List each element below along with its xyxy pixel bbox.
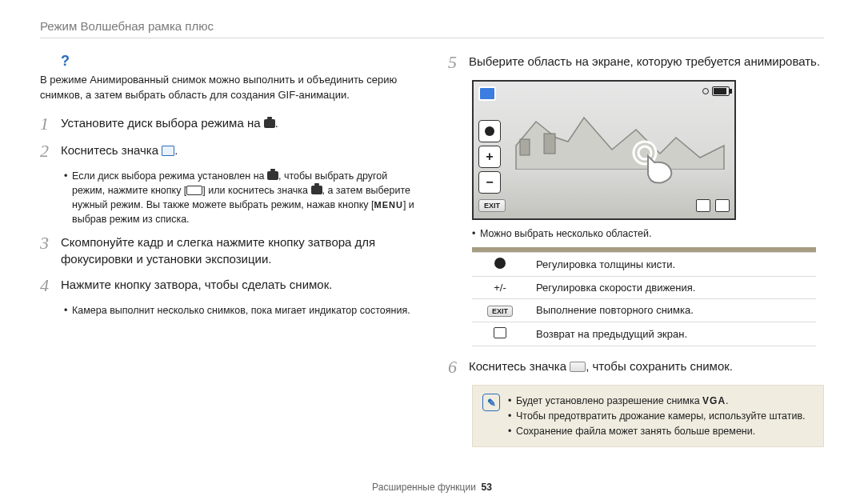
step-4-text: Нажмите кнопку затвора, чтобы сделать сн… bbox=[61, 276, 332, 295]
back-arrow-icon bbox=[494, 327, 506, 338]
svg-rect-1 bbox=[520, 139, 530, 155]
table-row: EXIT Выполнение повторного снимка. bbox=[472, 298, 816, 322]
back-icon[interactable] bbox=[696, 199, 710, 212]
mode-dial-icon bbox=[264, 119, 275, 128]
step-1-text-a: Установите диск выбора режима на bbox=[61, 116, 264, 130]
step-1: 1 Установите диск выбора режима на . bbox=[40, 114, 416, 134]
step-number: 6 bbox=[448, 358, 461, 377]
note-line-1: Будет установлено разрешение снимка VGA. bbox=[508, 394, 806, 409]
battery-icon bbox=[712, 86, 730, 96]
preview-image bbox=[514, 98, 726, 170]
step-number: 2 bbox=[40, 142, 53, 161]
def-brush: Регулировка толщины кисти. bbox=[528, 252, 816, 276]
step-5: 5 Выберите область на экране, которую тр… bbox=[448, 53, 824, 72]
table-row: Регулировка толщины кисти. bbox=[472, 252, 816, 276]
step-5-text: Выберите область на экране, которую треб… bbox=[469, 53, 820, 72]
step-3: 3 Скомпонуйте кадр и слегка нажмите кноп… bbox=[40, 234, 416, 269]
note-line-2: Чтобы предотвратить дрожание камеры, исп… bbox=[508, 409, 806, 424]
status-dot-icon bbox=[702, 88, 709, 94]
table-row: Возврат на предыдущий экран. bbox=[472, 322, 816, 346]
direction-button-icon bbox=[186, 186, 202, 195]
page-header: Режим Волшебная рамка плюс bbox=[40, 19, 824, 38]
table-row: +/- Регулировка скорости движения. bbox=[472, 276, 816, 298]
footer-section: Расширенные функции bbox=[372, 482, 476, 493]
def-exit: Выполнение повторного снимка. bbox=[528, 298, 816, 322]
s2a: Если диск выбора режима установлен на bbox=[72, 170, 267, 182]
page-footer: Расширенные функции 53 bbox=[0, 482, 864, 493]
mode-dial-icon bbox=[311, 186, 322, 194]
left-column: ? В режиме Анимированный снимок можно вы… bbox=[40, 53, 416, 447]
step-number: 5 bbox=[448, 53, 461, 72]
note-icon: ✎ bbox=[482, 394, 500, 411]
step-4: 4 Нажмите кнопку затвора, чтобы сделать … bbox=[40, 276, 416, 295]
speed-plus-button[interactable]: + bbox=[478, 146, 501, 168]
step-6-text-a: Коснитесь значка bbox=[469, 359, 570, 373]
menu-button-label: MENU bbox=[374, 200, 403, 210]
svg-rect-0 bbox=[544, 134, 555, 154]
controls-table: Регулировка толщины кисти. +/- Регулиров… bbox=[472, 247, 816, 346]
step-2-text-a: Коснитесь значка bbox=[61, 143, 162, 157]
step-6-text-b: , чтобы сохранить снимок. bbox=[586, 359, 733, 373]
step-2: 2 Коснитесь значка . bbox=[40, 142, 416, 161]
right-column: 5 Выберите область на экране, которую тр… bbox=[448, 53, 824, 447]
animated-photo-icon bbox=[162, 146, 174, 156]
s2c: ] или коснитесь значка bbox=[202, 185, 310, 196]
step-number: 3 bbox=[40, 234, 53, 269]
camera-preview: + − EXIT bbox=[472, 80, 736, 220]
note-line-3: Сохранение файла может занять больше вре… bbox=[508, 424, 806, 439]
save-icon bbox=[570, 362, 586, 372]
brush-size-button[interactable] bbox=[478, 120, 501, 142]
step-number: 1 bbox=[40, 114, 53, 134]
touch-hand-icon bbox=[630, 138, 678, 186]
exit-button[interactable]: EXIT bbox=[478, 199, 506, 212]
status-icons bbox=[702, 86, 730, 96]
brush-controls: + − bbox=[478, 120, 501, 194]
def-speed: Регулировка скорости движения. bbox=[528, 276, 816, 298]
mode-dial-icon bbox=[267, 171, 278, 180]
plus-minus-icon: +/- bbox=[472, 276, 528, 298]
exit-label-icon: EXIT bbox=[487, 306, 513, 317]
step-3-text: Скомпонуйте кадр и слегка нажмите кнопку… bbox=[61, 234, 416, 269]
step-number: 4 bbox=[40, 276, 53, 295]
brush-dot-icon bbox=[494, 258, 506, 269]
intro-text: В режиме Анимированный снимок можно выпо… bbox=[40, 73, 416, 103]
step-2-text-b: . bbox=[174, 143, 178, 157]
save-icon[interactable] bbox=[715, 199, 730, 212]
help-icon: ? bbox=[61, 53, 416, 70]
step-6: 6 Коснитесь значка , чтобы сохранить сни… bbox=[448, 358, 824, 377]
step-2-subnote: Если диск выбора режима установлен на , … bbox=[64, 169, 416, 227]
step-4-subnote: Камера выполнит несколько снимков, пока … bbox=[64, 303, 416, 318]
note-box: ✎ Будет установлено разрешение снимка VG… bbox=[472, 385, 824, 447]
speed-minus-button[interactable]: − bbox=[478, 171, 501, 194]
page-number: 53 bbox=[482, 482, 492, 493]
step-5-subnote: Можно выбрать несколько областей. bbox=[472, 226, 824, 241]
mode-indicator-icon bbox=[478, 86, 496, 101]
step-1-text-b: . bbox=[275, 116, 278, 130]
def-back: Возврат на предыдущий экран. bbox=[528, 322, 816, 346]
